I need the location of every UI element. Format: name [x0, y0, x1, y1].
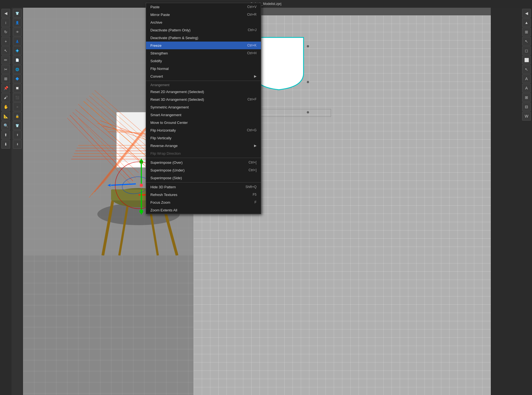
icon-4[interactable]: 👗: [13, 37, 22, 46]
menu-item-symmetric[interactable]: Symmetric Arrangement: [146, 103, 261, 111]
menu-label-reset-3d: Reset 3D Arrangement (Selected): [150, 97, 204, 102]
menu-item-hide-3d[interactable]: Hide 3D PatternShift+Q: [146, 183, 261, 191]
rotate-tool[interactable]: ↻: [1, 28, 10, 36]
measure-tool[interactable]: 📐: [1, 112, 10, 121]
menu-item-superimpose-over[interactable]: Superimpose (Over)Ctrl+[: [146, 159, 261, 166]
add-tool[interactable]: +: [1, 37, 10, 46]
menu-label-convert: Convert: [150, 74, 163, 78]
arrow-down[interactable]: ⬇: [1, 140, 10, 149]
menu-label-deactivate-sewing: Deactivate (Pattern & Sewing): [150, 36, 198, 40]
menu-label-flip-normal: Flip Normal: [150, 67, 169, 71]
menu-item-superimpose-under[interactable]: Superimpose (Under)Ctrl+]: [146, 166, 261, 174]
icon-7[interactable]: 🌐: [13, 65, 22, 74]
back-btn[interactable]: ◀: [1, 9, 10, 18]
menu-label-solidify: Solidify: [150, 59, 162, 63]
menu-label-superimpose-over: Superimpose (Over): [150, 160, 183, 165]
icon-1[interactable]: 👕: [13, 9, 22, 18]
hand-tool[interactable]: ✋: [1, 102, 10, 111]
menu-item-mirror-paste[interactable]: Mirror PasteCtrl+R: [146, 11, 261, 18]
icon-12[interactable]: 🔒: [13, 112, 22, 121]
menu-item-flip-h[interactable]: Flip HorizontallyCtrl+G: [146, 126, 261, 134]
paint-tool[interactable]: 🖌: [1, 93, 10, 102]
menu-label-focus-zoom: Focus Zoom: [150, 200, 170, 205]
menu-label-superimpose-side: Superimpose (Side): [150, 176, 182, 180]
right-tool-10[interactable]: ⊞: [522, 93, 531, 102]
icon-10[interactable]: ⬛: [13, 93, 22, 102]
menu-shortcut-superimpose-over: Ctrl+[: [249, 160, 257, 164]
menu-item-deactivate-sewing[interactable]: Deactivate (Pattern & Sewing): [146, 34, 261, 42]
right-tool-7[interactable]: ↖: [522, 65, 531, 74]
icon-11[interactable]: ○: [13, 102, 22, 111]
icon-14[interactable]: ⬆: [13, 130, 22, 139]
menu-item-reset-2d[interactable]: Reset 2D Arrangement (Selected): [146, 88, 261, 96]
menu-shortcut-reset-3d: Ctrl+F: [247, 97, 257, 101]
right-tool-6[interactable]: ⬜: [522, 56, 531, 64]
menu-shortcut-hide-3d: Shift+Q: [246, 185, 257, 189]
select-tool[interactable]: ↖: [1, 46, 10, 55]
right-tool-4[interactable]: ↖: [522, 37, 531, 46]
menu-label-reset-2d: Reset 2D Arrangement (Selected): [150, 90, 204, 94]
icon-15[interactable]: ⬇: [13, 140, 22, 149]
menu-shortcut-strengthen: Ctrl+H: [247, 51, 257, 55]
right-tool-1[interactable]: ◀: [522, 9, 531, 18]
menu-label-refresh-textures: Refresh Textures: [150, 193, 177, 197]
icon-6[interactable]: 📄: [13, 56, 22, 64]
menu-arrow-convert: ▶: [254, 74, 257, 78]
menu-item-solidify[interactable]: Solidify: [146, 57, 261, 65]
menu-label-smart: Smart Arrangement: [150, 113, 181, 117]
menu-item-freeze[interactable]: FreezeCtrl+K: [146, 42, 261, 49]
right-tool-8[interactable]: A: [522, 74, 531, 83]
menu-item-flip-normal[interactable]: Flip Normal: [146, 65, 261, 72]
right-tool-9[interactable]: A: [522, 84, 531, 92]
menu-item-move-ground[interactable]: Move to Ground Center: [146, 119, 261, 126]
menu-item-flip-v[interactable]: Flip Vertically: [146, 134, 261, 142]
menu-section-arrangement-header: Arrangement: [146, 81, 261, 88]
arrow-up[interactable]: ⬆: [1, 130, 10, 139]
icon-13[interactable]: 👕: [13, 121, 22, 130]
icon-9[interactable]: 🔲: [13, 84, 22, 92]
icon-3[interactable]: 👁: [13, 28, 22, 36]
menu-item-strengthen[interactable]: StrengthenCtrl+H: [146, 49, 261, 57]
menu-item-reverse-arrange[interactable]: Reverse-Arrange▶: [146, 142, 261, 149]
menu-item-smart[interactable]: Smart Arrangement: [146, 111, 261, 119]
menu-shortcut-deactivate-pattern: Ctrl+J: [248, 28, 257, 32]
menu-item-superimpose-side[interactable]: Superimpose (Side): [146, 174, 261, 182]
cut-tool[interactable]: ✂: [1, 65, 10, 74]
menu-shortcut-superimpose-under: Ctrl+]: [249, 168, 257, 172]
right-tool-2[interactable]: ▲: [522, 18, 531, 27]
menu-separator-after-superimpose-side: [146, 182, 261, 182]
icon-8[interactable]: 🔷: [13, 74, 22, 83]
svg-point-48: [140, 184, 143, 187]
right-tool-5[interactable]: ◻: [522, 46, 531, 55]
menu-item-reset-3d[interactable]: Reset 3D Arrangement (Selected)Ctrl+F: [146, 96, 261, 103]
icon-5[interactable]: 💠: [13, 46, 22, 55]
menu-label-mirror-paste: Mirror Paste: [150, 13, 170, 17]
menu-item-deactivate-pattern[interactable]: Deactivate (Pattern Only)Ctrl+J: [146, 26, 261, 34]
menu-label-paste: Paste: [150, 5, 159, 9]
menu-item-focus-zoom[interactable]: Focus ZoomF: [146, 198, 261, 206]
pen-tool[interactable]: ✏: [1, 56, 10, 64]
pin-tool[interactable]: 📌: [1, 84, 10, 92]
right-tool-3[interactable]: ⊞: [522, 28, 531, 36]
move-tool[interactable]: ↕: [1, 18, 10, 27]
title-bar: Default_Modelist.zprj: [0, 0, 532, 8]
menu-arrow-reverse-arrange: ▶: [254, 144, 257, 148]
right-tool-12[interactable]: W: [522, 112, 531, 121]
menu-item-paste[interactable]: PasteCtrl+V: [146, 3, 261, 11]
grid-tool[interactable]: ⊞: [1, 74, 10, 83]
right-tool-11[interactable]: ⊟: [522, 102, 531, 111]
zoom-tool[interactable]: 🔍: [1, 121, 10, 130]
menu-label-flip-wrap: Flip Wrap Direction: [150, 151, 181, 156]
menu-item-zoom-extents[interactable]: Zoom Extents All: [146, 206, 261, 214]
menu-label-flip-v: Flip Vertically: [150, 136, 172, 140]
menu-shortcut-mirror-paste: Ctrl+R: [247, 13, 257, 17]
menu-item-refresh-textures[interactable]: Refresh TexturesF5: [146, 191, 261, 198]
icon-2[interactable]: 👤: [13, 18, 22, 27]
menu-item-convert[interactable]: Convert▶: [146, 72, 261, 80]
menu-item-archive[interactable]: Archive: [146, 18, 261, 26]
menu-label-deactivate-pattern: Deactivate (Pattern Only): [150, 28, 191, 32]
menu-shortcut-paste: Ctrl+V: [247, 5, 257, 9]
menu-label-freeze: Freeze: [150, 43, 161, 48]
menu-separator-after-convert: [146, 81, 261, 81]
menu-label-archive: Archive: [150, 20, 162, 24]
